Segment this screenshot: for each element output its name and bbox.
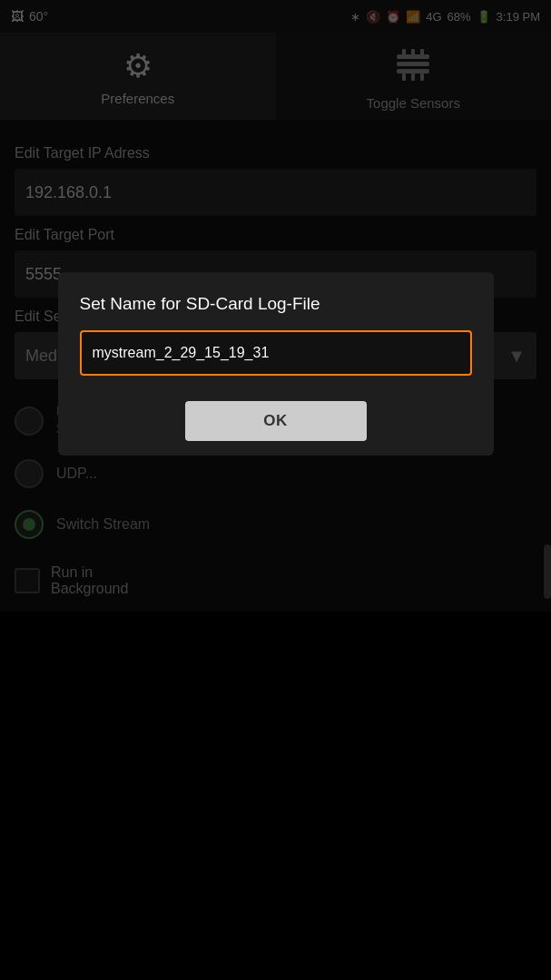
ok-button[interactable]: OK: [185, 401, 367, 441]
dialog-title: Set Name for SD-Card Log-File: [80, 294, 472, 314]
dialog: Set Name for SD-Card Log-File OK: [58, 272, 494, 456]
modal-overlay: Set Name for SD-Card Log-File OK: [0, 0, 551, 980]
dialog-body: Set Name for SD-Card Log-File: [58, 272, 494, 390]
dialog-footer: OK: [58, 390, 494, 456]
dialog-filename-input[interactable]: [80, 330, 472, 376]
